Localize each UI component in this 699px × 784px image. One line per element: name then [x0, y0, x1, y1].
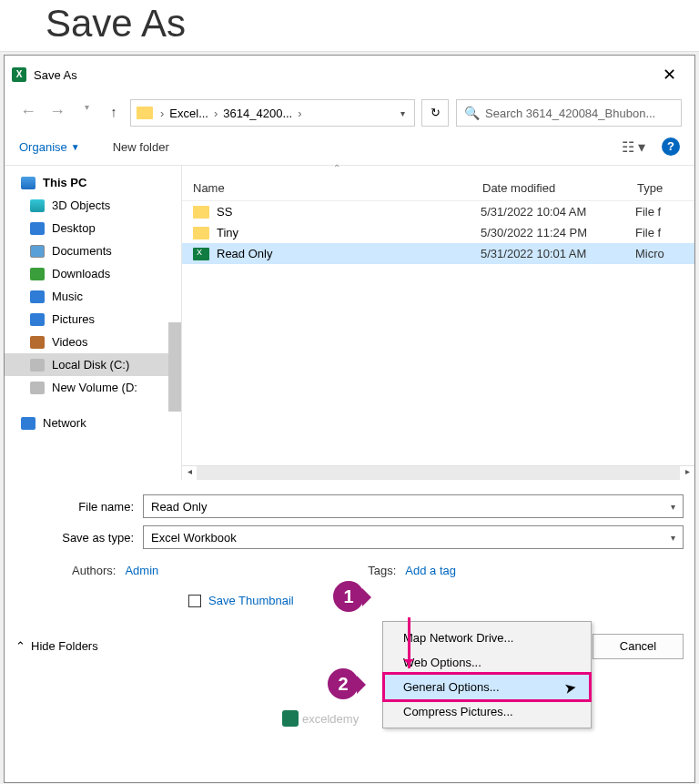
back-button[interactable]: ←	[17, 102, 39, 124]
file-row[interactable]: SS 5/31/2022 10:04 AM File f	[182, 201, 694, 222]
savetype-select[interactable]: Excel Workbook▾	[143, 525, 684, 549]
authors-value[interactable]: Admin	[125, 564, 158, 577]
menu-map-network-drive[interactable]: Map Network Drive...	[385, 626, 589, 650]
file-list: ⌃ Name Date modified Type SS 5/31/2022 1…	[182, 166, 694, 480]
chevron-up-icon: ⌃	[15, 639, 25, 653]
cancel-button[interactable]: Cancel	[593, 634, 684, 659]
search-icon: 🔍	[464, 106, 480, 120]
chevron-down-icon[interactable]: ▾	[671, 502, 675, 512]
pc-icon	[21, 177, 35, 189]
menu-compress-pictures[interactable]: Compress Pictures...	[385, 699, 589, 724]
documents-icon	[30, 245, 45, 258]
save-thumbnail-label: Save Thumbnail	[208, 594, 294, 607]
address-dropdown-icon[interactable]: ▾	[397, 108, 409, 118]
horizontal-scrollbar[interactable]: ◂▸	[182, 465, 694, 480]
address-bar[interactable]: › Excel... › 3614_4200... › ▾	[130, 99, 415, 127]
file-row[interactable]: Tiny 5/30/2022 11:24 PM File f	[182, 222, 694, 243]
callout-2: 2	[328, 668, 359, 699]
navigation-bar: ← → ▾ ↑ › Excel... › 3614_4200... › ▾ ↻ …	[5, 94, 694, 132]
save-thumbnail-checkbox[interactable]	[188, 595, 201, 607]
help-button[interactable]: ?	[662, 137, 680, 156]
breadcrumb[interactable]: Excel...	[166, 107, 212, 120]
view-button[interactable]: ☷ ▾	[622, 138, 645, 156]
authors-label: Authors:	[72, 564, 116, 577]
network-icon	[21, 417, 35, 430]
chevron-down-icon[interactable]: ▾	[671, 533, 675, 543]
disk-icon	[30, 359, 45, 372]
close-button[interactable]: ✕	[651, 61, 687, 88]
hide-folders-button[interactable]: ⌃ Hide Folders	[15, 639, 98, 653]
titlebar: X Save As ✕	[5, 56, 694, 94]
annotation-arrow	[408, 617, 410, 668]
callout-1: 1	[333, 581, 364, 612]
refresh-button[interactable]: ↻	[421, 99, 449, 127]
organise-button[interactable]: Organise▼	[19, 140, 80, 154]
sidebar-item[interactable]: Pictures	[5, 308, 181, 331]
watermark-logo-icon	[282, 710, 299, 727]
downloads-icon	[30, 268, 45, 280]
dialog-title: Save As	[34, 68, 651, 82]
pictures-icon	[30, 313, 45, 326]
chevron-down-icon: ▼	[71, 142, 80, 152]
sort-indicator-icon: ⌃	[328, 163, 346, 173]
search-placeholder: Search 3614_420084_Bhubon...	[485, 107, 655, 120]
filename-label: File name:	[15, 500, 143, 514]
music-icon	[30, 290, 45, 303]
tags-label: Tags:	[368, 564, 396, 577]
column-name[interactable]: Name	[193, 181, 482, 195]
excel-icon: X	[12, 67, 26, 82]
sidebar-this-pc[interactable]: This PC	[5, 171, 181, 194]
menu-web-options[interactable]: Web Options...	[385, 650, 589, 675]
folder-icon	[193, 206, 209, 219]
sidebar-scrollbar[interactable]	[168, 322, 181, 412]
sidebar-network[interactable]: Network	[5, 412, 181, 434]
file-row-selected[interactable]: Read Only 5/31/2022 10:01 AM Micro	[182, 243, 694, 264]
file-list-header: Name Date modified Type	[182, 176, 694, 201]
up-button[interactable]: ↑	[105, 104, 123, 122]
sidebar-item[interactable]: Music	[5, 285, 181, 308]
column-type[interactable]: Type	[637, 181, 684, 195]
page-heading: Save As	[0, 0, 699, 52]
sidebar-item[interactable]: Documents	[5, 239, 181, 262]
sidebar-item[interactable]: Desktop	[5, 217, 181, 239]
videos-icon	[30, 336, 45, 349]
new-folder-button[interactable]: New folder	[113, 140, 169, 154]
sidebar-item[interactable]: 3D Objects	[5, 194, 181, 217]
recent-dropdown-icon[interactable]: ▾	[76, 102, 97, 124]
excel-file-icon	[193, 248, 209, 260]
menu-general-options[interactable]: General Options...	[385, 675, 589, 699]
sidebar-item[interactable]: Videos	[5, 331, 181, 353]
disk-icon	[30, 382, 45, 394]
toolbar: Organise▼ New folder ☷ ▾ ?	[5, 132, 694, 165]
watermark: exceldemy	[282, 710, 359, 727]
folder-icon	[193, 227, 209, 239]
breadcrumb[interactable]: 3614_4200...	[219, 107, 296, 120]
sidebar-item[interactable]: New Volume (D:	[5, 376, 181, 399]
savetype-label: Save as type:	[15, 531, 143, 545]
column-date[interactable]: Date modified	[482, 181, 637, 195]
sidebar: This PC 3D Objects Desktop Documents Dow…	[5, 166, 182, 480]
tools-dropdown-menu: Map Network Drive... Web Options... Gene…	[382, 621, 592, 728]
search-input[interactable]: 🔍 Search 3614_420084_Bhubon...	[456, 99, 682, 127]
tags-value[interactable]: Add a tag	[405, 564, 456, 577]
sidebar-item[interactable]: Downloads	[5, 262, 181, 285]
folder-icon	[137, 107, 153, 119]
filename-input[interactable]: Read Only▾	[143, 494, 684, 518]
3d-objects-icon	[30, 199, 45, 212]
sidebar-item-local-disk[interactable]: Local Disk (C:)	[5, 353, 181, 376]
forward-button[interactable]: →	[46, 102, 68, 124]
desktop-icon	[30, 222, 45, 235]
